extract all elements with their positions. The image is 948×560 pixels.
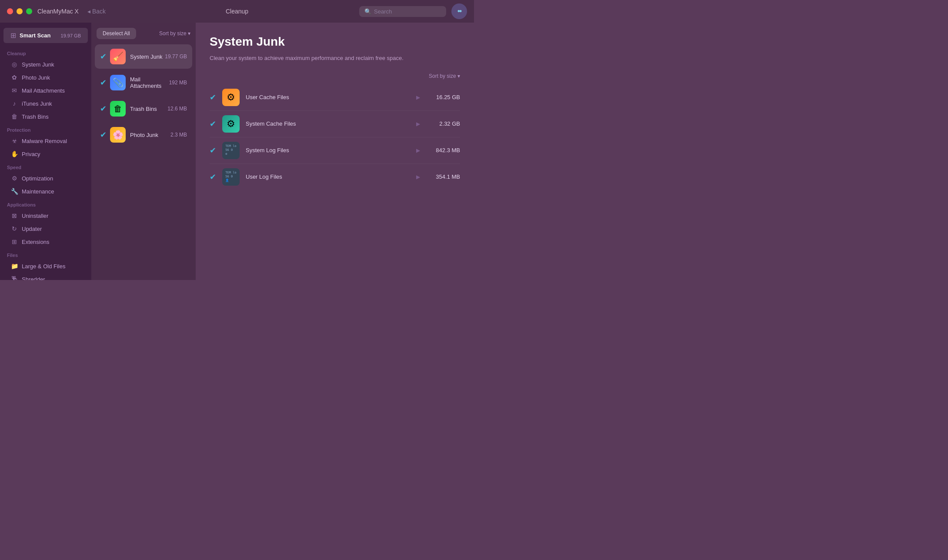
sidebar-item-updater[interactable]: ↻ Updater bbox=[3, 222, 88, 235]
system-cache-expand-icon: ▶ bbox=[416, 121, 420, 127]
check-icon-photo: ✔ bbox=[100, 130, 107, 140]
log-icon-text: TEM lo56 0⚙ bbox=[224, 143, 238, 158]
user-log-expand-icon: ▶ bbox=[416, 174, 420, 180]
deselect-all-button[interactable]: Deselect All bbox=[97, 28, 136, 39]
middle-sort-button[interactable]: Sort by size ▾ bbox=[159, 30, 190, 37]
right-panel: System Junk Clean your system to achieve… bbox=[196, 23, 474, 280]
user-cache-size: 16.25 GB bbox=[425, 94, 460, 100]
optimization-icon: ⚙ bbox=[10, 175, 18, 182]
back-label: Back bbox=[92, 8, 106, 15]
user-cache-icon: ⚙ bbox=[222, 89, 240, 106]
sidebar-label-system-junk: System Junk bbox=[22, 61, 54, 68]
sidebar-item-shredder[interactable]: 🗜 Shredder bbox=[3, 273, 88, 280]
privacy-icon: ✋ bbox=[10, 150, 18, 157]
subcategory-system-cache[interactable]: ✔ ⚙ System Cache Files ▶ 2.32 GB bbox=[210, 111, 460, 137]
sidebar-item-maintenance[interactable]: 🔧 Maintenance bbox=[3, 185, 88, 198]
sidebar-label-privacy: Privacy bbox=[22, 151, 40, 157]
sidebar-label-optimization: Optimization bbox=[22, 175, 53, 182]
section-header-files: Files bbox=[0, 248, 91, 260]
malware-icon: ☣ bbox=[10, 137, 18, 144]
user-log-icon: TEM lo56 0👤 bbox=[222, 168, 240, 186]
sidebar-section-applications: Applications ⊠ Uninstaller ↻ Updater ⊞ E… bbox=[0, 198, 91, 248]
large-files-icon: 📁 bbox=[10, 263, 18, 270]
sidebar-item-large-old-files[interactable]: 📁 Large & Old Files bbox=[3, 260, 88, 273]
sidebar-item-system-junk[interactable]: ◎ System Junk bbox=[3, 58, 88, 71]
app-title: CleanMyMac X bbox=[37, 8, 79, 15]
sidebar-label-shredder: Shredder bbox=[22, 276, 45, 280]
avatar-button[interactable]: •• bbox=[451, 3, 467, 19]
back-chevron-icon: ◂ bbox=[87, 8, 90, 15]
check-icon-user-cache: ✔ bbox=[210, 93, 216, 102]
user-cache-expand-icon: ▶ bbox=[416, 94, 420, 100]
user-cache-name: User Cache Files bbox=[246, 94, 416, 100]
check-icon-trash: ✔ bbox=[100, 104, 107, 113]
system-cache-name: System Cache Files bbox=[246, 120, 416, 127]
subcategory-system-log[interactable]: ✔ TEM lo56 0⚙ System Log Files ▶ 842.3 M… bbox=[210, 137, 460, 164]
sidebar-item-malware[interactable]: ☣ Malware Removal bbox=[3, 134, 88, 147]
system-log-icon: TEM lo56 0⚙ bbox=[222, 142, 240, 159]
sidebar-item-extensions[interactable]: ⊞ Extensions bbox=[3, 235, 88, 248]
sidebar-label-itunes: iTunes Junk bbox=[22, 100, 52, 107]
check-icon-system-log: ✔ bbox=[210, 146, 216, 155]
user-log-size: 354.1 MB bbox=[425, 173, 460, 180]
sidebar-item-optimization[interactable]: ⚙ Optimization bbox=[3, 172, 88, 185]
photo-item-icon: 🌸 bbox=[110, 127, 126, 143]
sidebar-label-large-files: Large & Old Files bbox=[22, 263, 65, 270]
shredder-icon: 🗜 bbox=[10, 276, 18, 280]
search-input[interactable] bbox=[374, 8, 441, 15]
sidebar-item-mail-attachments[interactable]: ✉ Mail Attachments bbox=[3, 84, 88, 97]
trash-item-name: Trash Bins bbox=[130, 106, 167, 112]
section-header-speed: Speed bbox=[0, 160, 91, 172]
system-log-size: 842.3 MB bbox=[425, 147, 460, 153]
mail-item-icon: 📎 bbox=[110, 75, 126, 90]
system-junk-item-size: 19.77 GB bbox=[165, 53, 187, 60]
titlebar: CleanMyMac X ◂ Back Cleanup 🔍 •• bbox=[0, 0, 474, 23]
minimize-button[interactable] bbox=[17, 8, 23, 14]
sidebar-item-trash-bins[interactable]: 🗑 Trash Bins bbox=[3, 110, 88, 123]
mail-item-size: 192 MB bbox=[169, 80, 187, 86]
section-header-cleanup: Cleanup bbox=[0, 47, 91, 58]
system-junk-item-name: System Junk bbox=[130, 53, 165, 60]
junk-list-item-trash[interactable]: ✔ 🗑 Trash Bins 12.6 MB bbox=[95, 97, 192, 121]
sidebar-item-itunes-junk[interactable]: ♪ iTunes Junk bbox=[3, 97, 88, 110]
subcategory-user-log[interactable]: ✔ TEM lo56 0👤 User Log Files ▶ 354.1 MB bbox=[210, 164, 460, 190]
smart-scan-size: 19.97 GB bbox=[61, 33, 81, 38]
system-junk-icon: ◎ bbox=[10, 61, 18, 68]
sidebar-label-malware: Malware Removal bbox=[22, 138, 67, 144]
mail-item-name: Mail Attachments bbox=[130, 76, 169, 89]
extensions-icon: ⊞ bbox=[10, 238, 18, 245]
search-icon: 🔍 bbox=[364, 8, 371, 15]
search-box[interactable]: 🔍 bbox=[359, 6, 446, 17]
photo-item-info: Photo Junk bbox=[130, 132, 170, 138]
system-cache-size: 2.32 GB bbox=[425, 120, 460, 127]
sidebar-item-uninstaller[interactable]: ⊠ Uninstaller bbox=[3, 209, 88, 222]
check-icon-system-cache: ✔ bbox=[210, 119, 216, 129]
sidebar-label-photo-junk: Photo Junk bbox=[22, 74, 50, 81]
sidebar-item-smart-scan[interactable]: ⊞ Smart Scan 19.97 GB bbox=[3, 28, 88, 43]
junk-list-item-system-junk[interactable]: ✔ 🧹 System Junk 19.77 GB bbox=[95, 44, 192, 69]
mail-item-info: Mail Attachments bbox=[130, 76, 169, 89]
maximize-button[interactable] bbox=[26, 8, 32, 14]
check-icon-mail: ✔ bbox=[100, 78, 107, 87]
subcategory-user-cache[interactable]: ✔ ⚙ User Cache Files ▶ 16.25 GB bbox=[210, 84, 460, 111]
right-sort-bar: Sort by size ▾ bbox=[210, 73, 460, 79]
photo-junk-icon: ✿ bbox=[10, 74, 18, 81]
traffic-lights bbox=[7, 8, 32, 14]
right-sort-button[interactable]: Sort by size ▾ bbox=[429, 73, 460, 79]
user-log-name: User Log Files bbox=[246, 173, 416, 180]
system-log-name: System Log Files bbox=[246, 147, 416, 153]
section-header-protection: Protection bbox=[0, 123, 91, 134]
sidebar-item-photo-junk[interactable]: ✿ Photo Junk bbox=[3, 71, 88, 84]
junk-list-item-mail[interactable]: ✔ 📎 Mail Attachments 192 MB bbox=[95, 70, 192, 95]
back-button[interactable]: ◂ Back bbox=[87, 8, 106, 15]
system-log-expand-icon: ▶ bbox=[416, 147, 420, 153]
close-button[interactable] bbox=[7, 8, 13, 14]
sidebar-item-privacy[interactable]: ✋ Privacy bbox=[3, 147, 88, 160]
sidebar-label-uninstaller: Uninstaller bbox=[22, 213, 48, 219]
system-cache-icon: ⚙ bbox=[222, 115, 240, 133]
panel-title: System Junk bbox=[210, 35, 460, 49]
updater-icon: ↻ bbox=[10, 225, 18, 232]
sidebar-label-extensions: Extensions bbox=[22, 239, 50, 245]
user-log-icon-text: TEM lo56 0👤 bbox=[224, 169, 238, 184]
junk-list-item-photo[interactable]: ✔ 🌸 Photo Junk 2.3 MB bbox=[95, 123, 192, 147]
